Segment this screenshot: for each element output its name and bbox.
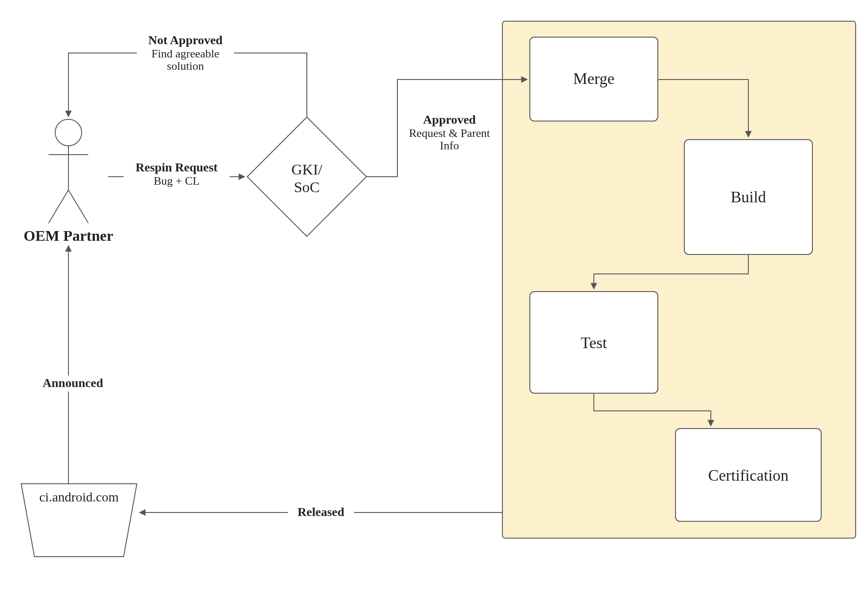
oem-partner-actor: OEM Partner: [24, 119, 113, 244]
test-node: Test: [530, 292, 658, 393]
svg-point-4: [55, 119, 82, 146]
ci-repo-label: ci.android.com: [39, 490, 119, 504]
build-node: Build: [684, 140, 812, 254]
ci-repo-node: ci.android.com: [21, 484, 137, 557]
announced-label: Announced: [43, 376, 103, 390]
released-label: Released: [298, 505, 344, 519]
respin-title: Respin Request: [136, 160, 218, 174]
merge-node: Merge: [530, 37, 658, 121]
notapproved-sub2: solution: [167, 60, 204, 72]
svg-line-8: [68, 190, 88, 223]
approved-sub1: Request & Parent: [409, 127, 490, 140]
approved-sub2: Info: [440, 139, 459, 152]
notapproved-sub1: Find agreeable: [151, 47, 219, 60]
notapproved-title: Not Approved: [148, 33, 223, 47]
respin-sub: Bug + CL: [154, 175, 200, 187]
certification-label: Certification: [708, 467, 789, 484]
approved-title: Approved: [423, 113, 476, 126]
test-label: Test: [581, 334, 607, 352]
certification-node: Certification: [676, 429, 821, 521]
diagram-canvas: Merge Build Test Certification OEM Partn…: [0, 0, 868, 611]
actor-label: OEM Partner: [24, 228, 113, 244]
decision-line1: GKI/: [291, 161, 322, 178]
svg-line-7: [49, 190, 68, 223]
merge-label: Merge: [573, 70, 614, 87]
decision-line2: SoC: [294, 179, 320, 195]
decision-node: GKI/ SoC: [247, 117, 366, 236]
build-label: Build: [731, 188, 766, 206]
